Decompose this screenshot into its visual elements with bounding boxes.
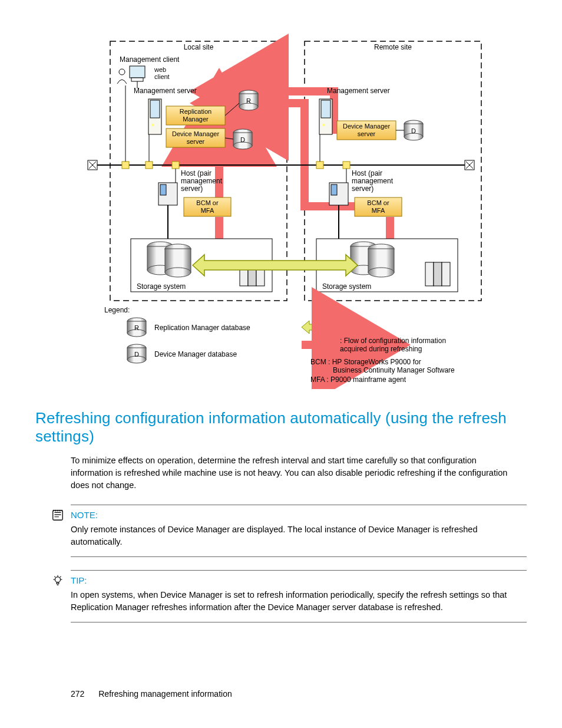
svg-rect-43: [322, 124, 325, 126]
svg-text:R: R: [246, 97, 251, 104]
svg-text:Device Manager: Device Manager: [343, 123, 390, 130]
page-number: 272: [71, 689, 84, 699]
svg-rect-57: [160, 185, 166, 195]
tip-callout: TIP: In open systems, when Device Manage…: [71, 570, 527, 622]
label-remote-site: Remote site: [374, 43, 412, 51]
legend-d: Device Manager database: [154, 350, 237, 358]
legend-flow-1: : Flow of configuration information: [340, 337, 446, 345]
svg-text:server: server: [358, 130, 376, 137]
svg-text:web: web: [154, 66, 166, 73]
label-mgmt-server-local: Management server: [134, 87, 197, 95]
svg-line-35: [225, 103, 239, 116]
svg-text:client: client: [154, 73, 170, 80]
svg-text:BCM or: BCM or: [196, 199, 219, 206]
legend-mfa: MFA : P9000 mainframe agent: [310, 375, 406, 384]
svg-line-40: [225, 138, 233, 139]
svg-text:R: R: [134, 324, 139, 331]
svg-text:MFA: MFA: [372, 207, 385, 214]
svg-point-102: [55, 577, 60, 582]
label-management-client: Management client: [120, 55, 180, 64]
svg-text:server): server): [181, 185, 203, 193]
note-callout: NOTE: Only remote instances of Device Ma…: [71, 505, 527, 557]
svg-text:Manager: Manager: [183, 116, 209, 123]
svg-rect-15: [130, 66, 145, 78]
note-icon: [51, 509, 64, 522]
cylinder-r-local: R: [239, 90, 258, 110]
svg-text:server: server: [187, 138, 205, 145]
svg-text:Replication: Replication: [180, 108, 211, 115]
label-storage-local: Storage system: [137, 282, 186, 291]
page-footer: 272 Refreshing management information: [71, 689, 232, 699]
legend-r: Replication Manager database: [154, 324, 250, 332]
svg-text:server): server): [352, 185, 373, 193]
svg-text:BCM or: BCM or: [367, 199, 389, 206]
label-mgmt-server-remote: Management server: [327, 87, 390, 95]
svg-point-14: [119, 69, 125, 75]
svg-text:MFA: MFA: [201, 207, 214, 214]
svg-rect-23: [151, 124, 154, 126]
svg-rect-90: [425, 262, 434, 286]
svg-text:Host (pair: Host (pair: [352, 169, 382, 177]
svg-text:Host (pair: Host (pair: [181, 169, 211, 177]
svg-text:D: D: [411, 127, 416, 134]
svg-rect-16: [131, 78, 143, 81]
svg-rect-22: [150, 100, 160, 118]
svg-text:D: D: [240, 136, 245, 143]
svg-text:management: management: [352, 177, 394, 185]
system-diagram: Local site Remote site: [35, 29, 527, 391]
tip-label: TIP:: [71, 575, 527, 585]
label-storage-remote: Storage system: [322, 282, 371, 291]
svg-rect-9: [122, 162, 129, 169]
legend-bcm-1: BCM : HP StorageWorks P9000 for: [310, 358, 421, 366]
svg-rect-101: [53, 510, 63, 520]
svg-rect-91: [434, 262, 442, 286]
svg-text:D: D: [134, 351, 139, 358]
legend-flow-2: acquired during refreshing: [340, 345, 422, 353]
svg-rect-12: [316, 162, 323, 169]
legend-copy-pair: : Copy pair: [340, 324, 374, 332]
svg-rect-42: [321, 100, 330, 118]
note-text: Only remote instances of Device Manager …: [71, 523, 527, 548]
svg-rect-67: [331, 185, 337, 195]
svg-text:management: management: [181, 177, 223, 185]
svg-rect-10: [146, 162, 153, 169]
footer-title: Refreshing management information: [98, 689, 232, 699]
legend-title: Legend:: [104, 306, 130, 314]
svg-rect-11: [172, 162, 179, 169]
svg-point-89: [368, 268, 394, 277]
legend-bcm-2: Business Continuity Manager Software: [333, 366, 455, 374]
svg-text:Device Manager: Device Manager: [172, 130, 219, 137]
svg-rect-92: [442, 262, 450, 286]
tip-text: In open systems, when Device Manager is …: [71, 589, 527, 614]
svg-point-80: [165, 268, 191, 277]
note-label: NOTE:: [71, 510, 527, 520]
tip-icon: [51, 574, 64, 587]
cylinder-d-local: D: [233, 129, 252, 149]
body-paragraph: To minimize effects on operation, determ…: [71, 454, 521, 492]
label-local-site: Local site: [184, 43, 214, 51]
section-heading: Refreshing configuration information aut…: [35, 409, 527, 446]
svg-rect-13: [343, 162, 350, 169]
